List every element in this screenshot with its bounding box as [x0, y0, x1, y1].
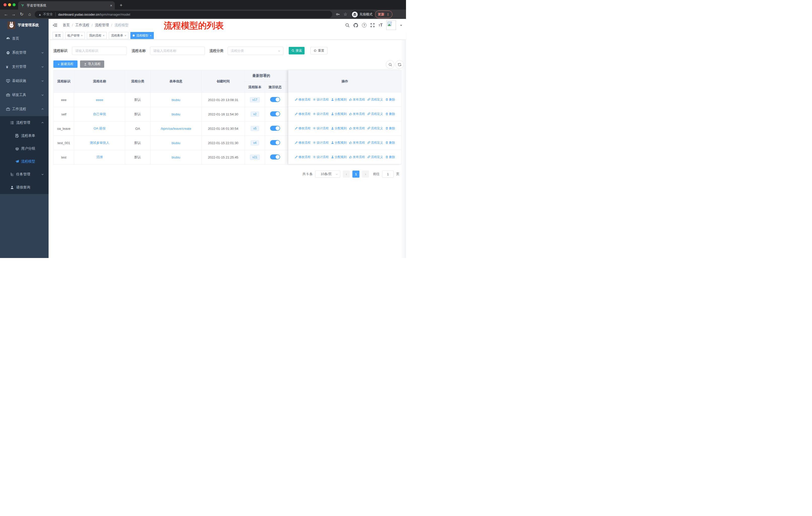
active-toggle[interactable] — [270, 111, 280, 116]
process-name-link[interactable]: 自己审批 — [93, 112, 106, 116]
create-process-button[interactable]: + 新建流程 — [53, 60, 78, 68]
avatar[interactable] — [386, 20, 396, 30]
breadcrumb-workflow[interactable]: 工作流程 — [75, 23, 89, 27]
action-modify-link[interactable]: 修改流程 — [295, 126, 311, 131]
refresh-button[interactable] — [395, 60, 404, 69]
window-minimize-dot[interactable] — [8, 3, 11, 6]
action-deploy-link[interactable]: 发布流程 — [349, 155, 365, 159]
tag-close-icon[interactable]: × — [81, 34, 83, 37]
sidebar-item-process-model[interactable]: 流程模型 — [0, 155, 49, 168]
action-assign-rule-link[interactable]: 分配规则 — [331, 155, 347, 159]
action-definition-link[interactable]: 流程定义 — [367, 98, 383, 102]
reset-button[interactable]: 重置 — [310, 47, 327, 54]
font-size-icon[interactable]: TT — [379, 23, 383, 27]
action-deploy-link[interactable]: 发布流程 — [349, 98, 365, 102]
action-delete-link[interactable]: 删除 — [385, 98, 395, 102]
prev-page-button[interactable]: ‹ — [343, 170, 350, 178]
tag-process-form[interactable]: 流程表单× — [109, 32, 128, 39]
process-name-link[interactable]: 滔博 — [96, 155, 103, 159]
action-definition-link[interactable]: 流程定义 — [367, 141, 383, 145]
import-process-button[interactable]: 导入流程 — [80, 60, 104, 68]
action-definition-link[interactable]: 流程定义 — [367, 112, 383, 116]
active-toggle[interactable] — [270, 97, 280, 102]
sidebar-item-system[interactable]: 系统管理 — [0, 46, 49, 60]
sidebar-item-payment[interactable]: ¥ 支付管理 — [0, 60, 49, 74]
next-page-button[interactable]: › — [362, 170, 369, 178]
action-deploy-link[interactable]: 发布流程 — [349, 112, 365, 116]
action-definition-link[interactable]: 流程定义 — [367, 126, 383, 131]
back-icon[interactable]: ← — [2, 9, 9, 19]
sidebar-item-user-group[interactable]: 用户分组 — [0, 142, 49, 155]
action-design-link[interactable]: 设计流程 — [313, 98, 329, 102]
action-deploy-link[interactable]: 发布流程 — [349, 126, 365, 131]
action-modify-link[interactable]: 修改流程 — [295, 98, 311, 102]
show-search-toggle-button[interactable] — [386, 60, 395, 69]
page-size-select[interactable]: 10条/页 — [315, 170, 340, 178]
process-key-input[interactable]: 请输入流程标识 — [72, 47, 127, 55]
logo-row[interactable]: 芋道管理系统 — [0, 19, 49, 31]
action-modify-link[interactable]: 修改流程 — [295, 112, 311, 116]
tag-process-model[interactable]: 流程模型× — [130, 32, 153, 39]
action-design-link[interactable]: 设计流程 — [313, 112, 329, 116]
help-icon[interactable]: ? — [362, 23, 367, 27]
process-name-link[interactable]: 测试多审批人 — [90, 141, 110, 145]
process-category-select[interactable]: 流程分类 — [228, 47, 283, 55]
action-delete-link[interactable]: 删除 — [385, 126, 395, 131]
action-design-link[interactable]: 设计流程 — [313, 155, 329, 159]
sidebar-item-devtools[interactable]: 研发工具 — [0, 88, 49, 102]
action-delete-link[interactable]: 删除 — [385, 141, 395, 145]
tag-home[interactable]: 首页 — [53, 32, 63, 39]
sidebar-item-leave-query[interactable]: 请假查询 — [0, 181, 49, 194]
fullscreen-icon[interactable] — [370, 23, 375, 27]
action-design-link[interactable]: 设计流程 — [313, 126, 329, 131]
sidebar-item-process-management[interactable]: 流程管理 — [0, 116, 49, 129]
action-delete-link[interactable]: 删除 — [385, 112, 395, 116]
tab-close-icon[interactable]: × — [110, 3, 112, 7]
form-info-link[interactable]: biubiu — [172, 98, 180, 102]
form-info-link[interactable]: biubiu — [172, 141, 180, 145]
url-bar[interactable]: ▲ 不安全 dashboard.yudao.iocoder.cn/bpm/man… — [35, 11, 332, 18]
chrome-menu-icon[interactable]: ⋮ — [386, 12, 389, 17]
process-name-input[interactable]: 请输入流程名称 — [150, 47, 205, 55]
action-assign-rule-link[interactable]: 分配规则 — [331, 98, 347, 102]
window-close-dot[interactable] — [3, 3, 6, 6]
tag-close-icon[interactable]: × — [103, 34, 104, 37]
github-icon[interactable] — [353, 23, 358, 28]
breadcrumb-process-management[interactable]: 流程管理 — [95, 23, 109, 27]
action-design-link[interactable]: 设计流程 — [313, 141, 329, 145]
active-toggle[interactable] — [270, 126, 280, 131]
action-assign-rule-link[interactable]: 分配规则 — [331, 141, 347, 145]
action-modify-link[interactable]: 修改流程 — [295, 155, 311, 159]
sidebar-fold-icon[interactable] — [53, 23, 57, 27]
sidebar-item-task-management[interactable]: 任务管理 — [0, 168, 49, 181]
active-toggle[interactable] — [270, 155, 280, 160]
new-tab-button[interactable]: + — [118, 2, 124, 8]
breadcrumb-home[interactable]: 首页 — [63, 23, 70, 27]
tag-my-process[interactable]: 我的流程× — [87, 32, 107, 39]
security-label[interactable]: 不安全 — [43, 12, 53, 17]
tag-close-icon[interactable]: × — [124, 34, 126, 37]
window-zoom-dot[interactable] — [12, 3, 16, 6]
caret-down-icon[interactable] — [400, 24, 403, 27]
action-assign-rule-link[interactable]: 分配规则 — [331, 112, 347, 116]
reload-icon[interactable]: ↻ — [18, 9, 25, 19]
forward-icon[interactable]: → — [10, 9, 17, 19]
browser-tab[interactable]: 芋道管理系统 × — [18, 1, 115, 9]
tag-tenant[interactable]: 租户管理× — [65, 32, 85, 39]
home-icon[interactable]: ⌂ — [26, 9, 33, 19]
tag-close-icon[interactable]: × — [150, 34, 151, 37]
search-button[interactable]: 搜索 — [289, 47, 304, 54]
key-icon[interactable] — [334, 9, 341, 19]
action-delete-link[interactable]: 删除 — [385, 155, 395, 159]
form-info-link[interactable]: biubiu — [172, 156, 180, 159]
page-1-button[interactable]: 1 — [352, 170, 359, 178]
action-assign-rule-link[interactable]: 分配规则 — [331, 126, 347, 131]
sidebar-item-infrastructure[interactable]: 基础设施 — [0, 74, 49, 88]
bookmark-star-icon[interactable]: ☆ — [342, 9, 349, 19]
active-toggle[interactable] — [270, 140, 280, 145]
sidebar-item-process-form[interactable]: 流程表单 — [0, 129, 49, 142]
search-icon[interactable] — [345, 23, 350, 27]
sidebar-item-home[interactable]: 首页 — [0, 31, 49, 46]
action-modify-link[interactable]: 修改流程 — [295, 141, 311, 145]
action-definition-link[interactable]: 流程定义 — [367, 155, 383, 159]
